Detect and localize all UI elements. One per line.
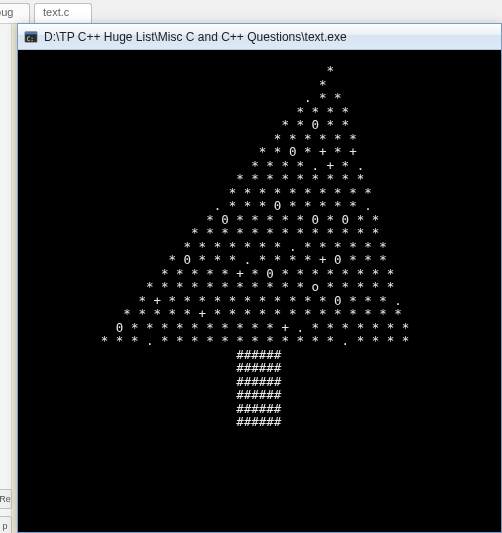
side-panel: Re p [0,24,12,533]
tab-label: ebug [0,6,13,18]
svg-text:C:: C: [27,34,34,41]
tab-debug[interactable]: ebug [0,3,30,23]
tab-textc[interactable]: text.c [34,3,92,23]
titlebar[interactable]: C: D:\TP C++ Huge List\Misc C and C++ Qu… [18,24,501,50]
console-output-area[interactable]: * * . * * * * * * * * 0 * * [18,50,501,532]
editor-tab-bar: ebug text.c [0,0,502,24]
side-button-label: Re [0,494,11,504]
side-button-re[interactable]: Re [0,489,12,509]
side-button-p[interactable]: p [0,516,12,533]
window-title: D:\TP C++ Huge List\Misc C and C++ Quest… [44,30,347,44]
console-app-icon: C: [24,30,38,44]
side-button-label: p [2,521,7,531]
tab-label: text.c [43,6,69,18]
console-window: C: D:\TP C++ Huge List\Misc C and C++ Qu… [17,23,502,533]
ascii-tree-output: * * . * * * * * * * * 0 * * [18,64,501,429]
